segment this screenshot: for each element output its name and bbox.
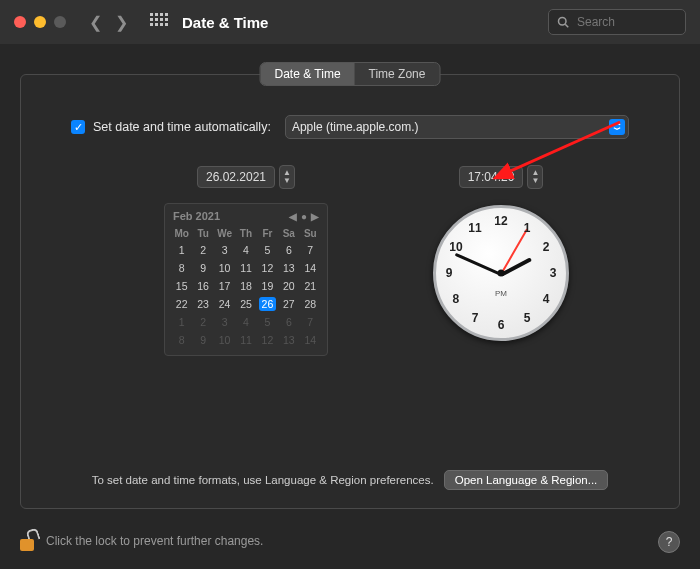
close-window-button[interactable] bbox=[14, 16, 26, 28]
calendar-day[interactable]: 15 bbox=[171, 277, 192, 295]
calendar-day[interactable]: 7 bbox=[300, 313, 321, 331]
calendar-day[interactable]: 13 bbox=[278, 259, 299, 277]
main-panel: Date & Time Time Zone ✓ Set date and tim… bbox=[20, 74, 680, 509]
show-all-icon[interactable] bbox=[150, 13, 168, 31]
tab-bar: Date & Time Time Zone bbox=[260, 62, 441, 86]
calendar-grid: MoTuWeThFrSaSu 1234567891011121314151617… bbox=[171, 226, 321, 349]
calendar-prev-icon[interactable]: ◀ bbox=[289, 211, 297, 222]
back-button[interactable]: ❮ bbox=[84, 11, 106, 33]
calendar-day[interactable]: 18 bbox=[235, 277, 256, 295]
time-column: 17:04:20 ▲▼ PM 121234567891011 bbox=[421, 165, 581, 341]
lock-hint: Click the lock to prevent further change… bbox=[46, 534, 263, 548]
calendar-day[interactable]: 12 bbox=[257, 259, 278, 277]
nav-buttons: ❮ ❯ bbox=[84, 11, 132, 33]
calendar-day[interactable]: 4 bbox=[235, 313, 256, 331]
calendar-day[interactable]: 21 bbox=[300, 277, 321, 295]
calendar-day[interactable]: 27 bbox=[278, 295, 299, 313]
calendar-day[interactable]: 9 bbox=[192, 331, 213, 349]
calendar-day[interactable]: 5 bbox=[257, 313, 278, 331]
calendar-day[interactable]: 6 bbox=[278, 313, 299, 331]
search-icon bbox=[557, 16, 569, 28]
clock-number: 3 bbox=[550, 266, 557, 280]
calendar-day[interactable]: 2 bbox=[192, 313, 213, 331]
open-language-region-button[interactable]: Open Language & Region... bbox=[444, 470, 609, 490]
date-stepper-arrows[interactable]: ▲▼ bbox=[279, 165, 295, 189]
help-button[interactable]: ? bbox=[658, 531, 680, 553]
tab-time-zone[interactable]: Time Zone bbox=[355, 63, 440, 85]
calendar-next-icon[interactable]: ▶ bbox=[311, 211, 319, 222]
clock-number: 8 bbox=[453, 292, 460, 306]
calendar-day[interactable]: 14 bbox=[300, 259, 321, 277]
clock-number: 2 bbox=[543, 240, 550, 254]
calendar-day[interactable]: 8 bbox=[171, 331, 192, 349]
clock-number: 4 bbox=[543, 292, 550, 306]
time-server-value: Apple (time.apple.com.) bbox=[292, 120, 419, 134]
calendar-day[interactable]: 3 bbox=[214, 241, 235, 259]
calendar-day[interactable]: 10 bbox=[214, 331, 235, 349]
clock-ampm: PM bbox=[495, 289, 507, 298]
calendar-dow: Sa bbox=[278, 226, 299, 241]
calendar-day[interactable]: 4 bbox=[235, 241, 256, 259]
calendar-day[interactable]: 11 bbox=[235, 331, 256, 349]
calendar-today-icon[interactable]: ● bbox=[301, 211, 307, 222]
calendar-day[interactable]: 2 bbox=[192, 241, 213, 259]
calendar[interactable]: Feb 2021 ◀●▶ MoTuWeThFrSaSu 123456789101… bbox=[164, 203, 328, 356]
calendar-day[interactable]: 16 bbox=[192, 277, 213, 295]
clock-number: 10 bbox=[449, 240, 462, 254]
calendar-day[interactable]: 24 bbox=[214, 295, 235, 313]
clock-minute-hand bbox=[455, 253, 502, 276]
window-title: Date & Time bbox=[182, 14, 268, 31]
auto-set-checkbox[interactable]: ✓ bbox=[71, 120, 85, 134]
clock-number: 6 bbox=[498, 318, 505, 332]
calendar-day[interactable]: 19 bbox=[257, 277, 278, 295]
calendar-day[interactable]: 12 bbox=[257, 331, 278, 349]
clock-number: 5 bbox=[524, 311, 531, 325]
date-stepper[interactable]: 26.02.2021 ▲▼ bbox=[197, 165, 295, 189]
calendar-dow: Fr bbox=[257, 226, 278, 241]
calendar-day[interactable]: 28 bbox=[300, 295, 321, 313]
calendar-day[interactable]: 1 bbox=[171, 313, 192, 331]
calendar-day[interactable]: 17 bbox=[214, 277, 235, 295]
svg-line-1 bbox=[565, 24, 568, 27]
calendar-dow: Mo bbox=[171, 226, 192, 241]
date-column: 26.02.2021 ▲▼ Feb 2021 ◀●▶ MoTuWeThFrSaS… bbox=[161, 165, 331, 356]
calendar-day[interactable]: 9 bbox=[192, 259, 213, 277]
calendar-day[interactable]: 8 bbox=[171, 259, 192, 277]
calendar-day[interactable]: 1 bbox=[171, 241, 192, 259]
calendar-day[interactable]: 23 bbox=[192, 295, 213, 313]
calendar-day[interactable]: 20 bbox=[278, 277, 299, 295]
time-stepper-arrows[interactable]: ▲▼ bbox=[527, 165, 543, 189]
lock-bar: Click the lock to prevent further change… bbox=[20, 531, 263, 551]
footer-row: To set date and time formats, use Langua… bbox=[21, 470, 679, 490]
calendar-day[interactable]: 11 bbox=[235, 259, 256, 277]
zoom-window-button[interactable] bbox=[54, 16, 66, 28]
calendar-day[interactable]: 26 bbox=[257, 295, 278, 313]
calendar-day[interactable]: 25 bbox=[235, 295, 256, 313]
date-field[interactable]: 26.02.2021 bbox=[197, 166, 275, 188]
calendar-day[interactable]: 14 bbox=[300, 331, 321, 349]
calendar-day[interactable]: 7 bbox=[300, 241, 321, 259]
calendar-nav[interactable]: ◀●▶ bbox=[289, 211, 319, 222]
window-controls bbox=[14, 16, 66, 28]
time-field[interactable]: 17:04:20 bbox=[459, 166, 524, 188]
calendar-day[interactable]: 10 bbox=[214, 259, 235, 277]
search-field[interactable] bbox=[548, 9, 686, 35]
analog-clock: PM 121234567891011 bbox=[433, 205, 569, 341]
calendar-dow: Tu bbox=[192, 226, 213, 241]
calendar-day[interactable]: 22 bbox=[171, 295, 192, 313]
calendar-dow: Su bbox=[300, 226, 321, 241]
clock-number: 11 bbox=[468, 221, 481, 235]
minimize-window-button[interactable] bbox=[34, 16, 46, 28]
search-input[interactable] bbox=[575, 14, 669, 30]
calendar-day[interactable]: 13 bbox=[278, 331, 299, 349]
titlebar: ❮ ❯ Date & Time bbox=[0, 0, 700, 45]
lock-icon[interactable] bbox=[20, 531, 36, 551]
time-stepper[interactable]: 17:04:20 ▲▼ bbox=[459, 165, 544, 189]
calendar-day[interactable]: 3 bbox=[214, 313, 235, 331]
tab-date-time[interactable]: Date & Time bbox=[261, 63, 355, 85]
calendar-day[interactable]: 6 bbox=[278, 241, 299, 259]
calendar-day[interactable]: 5 bbox=[257, 241, 278, 259]
time-server-combobox[interactable]: Apple (time.apple.com.) bbox=[285, 115, 629, 139]
forward-button[interactable]: ❯ bbox=[110, 11, 132, 33]
auto-row: ✓ Set date and time automatically: Apple… bbox=[71, 115, 629, 139]
